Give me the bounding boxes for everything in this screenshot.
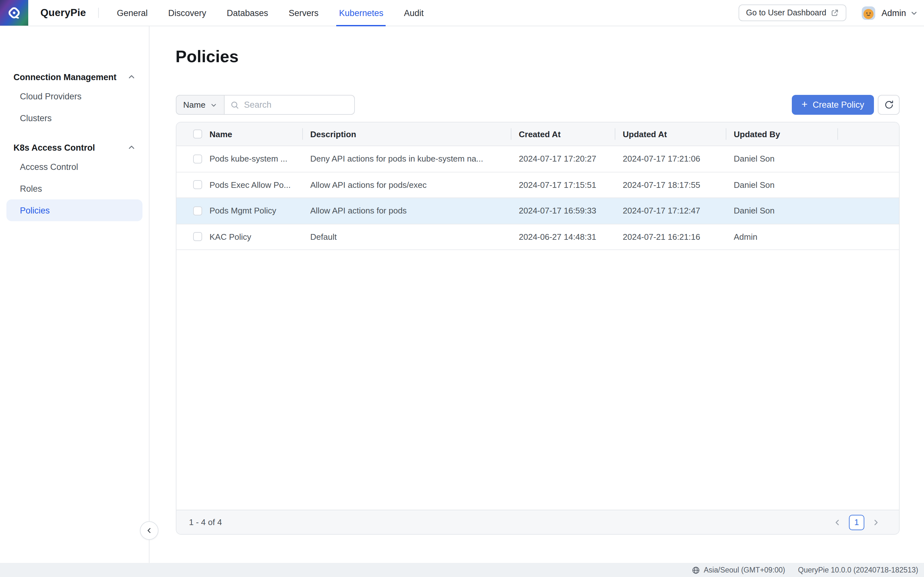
cell-actions (838, 172, 899, 197)
cell-updated-at: 2024-07-17 18:17:55 (615, 172, 726, 197)
row-checkbox-cell (176, 198, 202, 223)
nav-tab-kubernetes[interactable]: Kubernetes (336, 0, 386, 26)
user-menu[interactable]: Admin (861, 6, 918, 19)
avatar (861, 6, 875, 19)
querypie-admin-app: QueryPie General Discovery Databases Ser… (0, 0, 924, 577)
row-checkbox-cell (176, 224, 202, 250)
main-nav: General Discovery Databases Servers Kube… (114, 0, 441, 26)
chevron-right-icon (872, 518, 880, 526)
cell-description: Deny API actions for pods in kube-system… (302, 146, 511, 171)
cell-updated-at: 2024-07-17 17:12:47 (615, 198, 726, 223)
row-checkbox[interactable] (193, 155, 202, 163)
refresh-button[interactable] (878, 95, 900, 115)
pagination-prev-button[interactable] (830, 514, 845, 530)
timezone-status: Asia/Seoul (GMT+09:00) (692, 566, 785, 574)
chevron-left-icon (834, 518, 841, 526)
search-box (225, 95, 355, 115)
sidebar-section-connection-management: Connection Management Cloud Providers Cl… (0, 69, 149, 129)
search-input[interactable] (244, 100, 349, 110)
sidebar-section-header-connection-management[interactable]: Connection Management (0, 69, 149, 85)
nav-tab-audit[interactable]: Audit (401, 0, 426, 26)
cell-name: Pods kube-system ... (202, 146, 302, 171)
sidebar-item-cloud-providers[interactable]: Cloud Providers (6, 85, 142, 107)
search-icon (230, 100, 239, 109)
create-policy-label: Create Policy (813, 100, 864, 110)
cell-name: Pods Exec Allow Po... (202, 172, 302, 197)
row-checkbox[interactable] (193, 232, 202, 242)
filter-field-dropdown[interactable]: Name (176, 95, 225, 115)
create-policy-button[interactable]: + Create Policy (792, 95, 874, 115)
pagination-page-1[interactable]: 1 (849, 514, 864, 530)
nav-tab-general[interactable]: General (114, 0, 150, 26)
chevron-down-icon (911, 9, 918, 16)
row-checkbox[interactable] (193, 206, 202, 215)
pagination-next-button[interactable] (868, 514, 884, 530)
nav-tab-discovery[interactable]: Discovery (166, 0, 209, 26)
row-checkbox-cell (176, 172, 202, 197)
topbar-divider (98, 8, 99, 18)
cell-created-at: 2024-07-17 16:59:33 (511, 198, 615, 223)
table-row[interactable]: Pods kube-system ... Deny API actions fo… (176, 146, 899, 172)
table-footer: 1 - 4 of 4 1 (176, 510, 899, 534)
user-name: Admin (881, 8, 906, 18)
sidebar: Connection Management Cloud Providers Cl… (0, 26, 150, 563)
column-header-updated-at[interactable]: Updated At (615, 122, 726, 145)
cell-actions (838, 146, 899, 171)
row-checkbox[interactable] (193, 181, 202, 189)
version-text: QueryPie 10.0.0 (20240718-182513) (798, 566, 918, 574)
header-checkbox-cell (176, 122, 202, 145)
cell-updated-by: Daniel Son (726, 198, 838, 223)
search-filter-group: Name (176, 95, 355, 115)
sidebar-collapse-button[interactable] (140, 521, 158, 540)
cell-updated-at: 2024-07-17 17:21:06 (615, 146, 726, 171)
column-header-updated-by[interactable]: Updated By (726, 122, 838, 145)
brand-name: QueryPie (40, 7, 86, 19)
topbar-right-group: Go to User Dashboard Admin (738, 5, 924, 21)
sidebar-item-clusters[interactable]: Clusters (6, 107, 142, 129)
sidebar-section-title: Connection Management (13, 72, 128, 82)
cell-updated-by: Daniel Son (726, 146, 838, 171)
cell-actions (838, 198, 899, 223)
go-to-user-dashboard-button[interactable]: Go to User Dashboard (738, 5, 846, 21)
sidebar-section-title: K8s Access Control (13, 143, 128, 152)
cell-updated-by: Daniel Son (726, 172, 838, 197)
globe-icon (692, 566, 700, 574)
cell-created-at: 2024-06-27 14:48:31 (511, 224, 615, 250)
select-all-checkbox[interactable] (193, 129, 202, 139)
column-header-name[interactable]: Name (202, 122, 302, 145)
table-row-selected[interactable]: Pods Mgmt Policy Allow API actions for p… (176, 198, 899, 224)
top-navigation-bar: QueryPie General Discovery Databases Ser… (0, 0, 924, 26)
table-row[interactable]: KAC Policy Default 2024-06-27 14:48:31 2… (176, 224, 899, 250)
sidebar-section-header-k8s-access-control[interactable]: K8s Access Control (0, 139, 149, 156)
sidebar-item-policies[interactable]: Policies (6, 199, 142, 221)
table-row[interactable]: Pods Exec Allow Po... Allow API actions … (176, 172, 899, 198)
sidebar-item-roles[interactable]: Roles (6, 177, 142, 199)
column-header-created-at[interactable]: Created At (511, 122, 615, 145)
nav-tab-databases[interactable]: Databases (224, 0, 271, 26)
cell-name: KAC Policy (202, 224, 302, 250)
sidebar-section-k8s-access-control: K8s Access Control Access Control Roles … (0, 139, 149, 221)
sidebar-item-access-control[interactable]: Access Control (6, 156, 142, 177)
external-link-icon (830, 9, 838, 17)
cell-updated-by: Admin (726, 224, 838, 250)
status-bar: Asia/Seoul (GMT+09:00) QueryPie 10.0.0 (… (0, 563, 924, 577)
policies-table: Name Description Created At Updated At U… (176, 122, 900, 535)
row-checkbox-cell (176, 146, 202, 171)
cell-description: Allow API actions for pods/exec (302, 172, 511, 197)
filter-field-label: Name (183, 100, 205, 110)
column-header-description[interactable]: Description (302, 122, 511, 145)
cell-actions (838, 224, 899, 250)
main-content: Policies Name (150, 26, 924, 563)
nav-tab-servers[interactable]: Servers (286, 0, 321, 26)
cell-created-at: 2024-07-17 17:20:27 (511, 146, 615, 171)
querypie-logo-icon (6, 5, 23, 21)
cell-description: Default (302, 224, 511, 250)
chevron-down-icon (210, 102, 217, 108)
querypie-logo[interactable] (0, 0, 28, 26)
pagination: 1 (830, 514, 884, 530)
cell-name: Pods Mgmt Policy (202, 198, 302, 223)
chevron-up-icon (128, 73, 136, 81)
page-title: Policies (176, 48, 900, 65)
toolbar: Name + Create Policy (176, 95, 900, 115)
table-empty-area (176, 250, 899, 510)
